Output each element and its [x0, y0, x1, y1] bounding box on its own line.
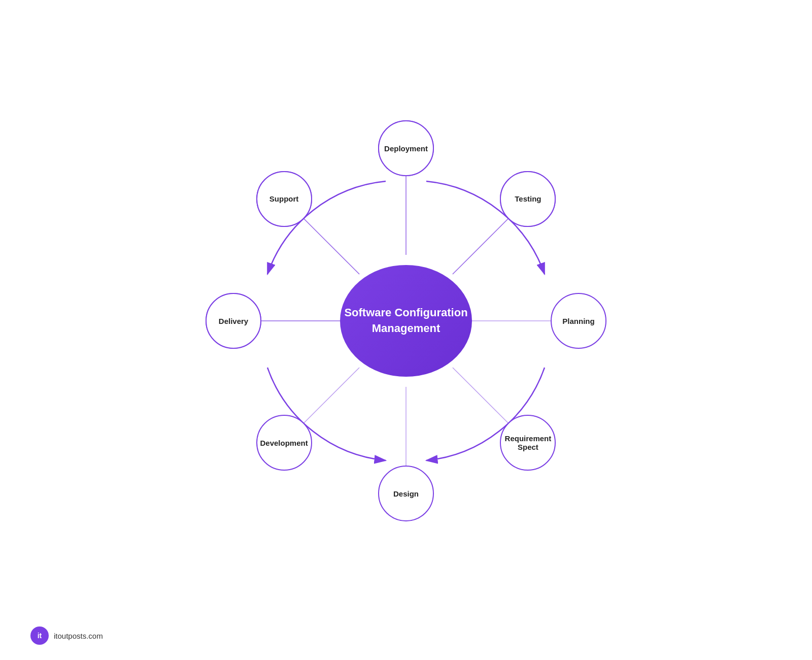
node-development: Development — [256, 415, 312, 471]
footer-website: itoutposts.com — [54, 632, 103, 640]
node-design: Design — [378, 466, 434, 521]
footer: it itoutposts.com — [30, 626, 103, 645]
diagram-container: Software Configuration Management Initia… — [178, 92, 634, 549]
center-label: Software Configuration Management — [340, 265, 472, 377]
node-support: Support — [256, 171, 312, 227]
node-delivery: Delivery — [206, 293, 261, 349]
node-testing: Testing — [500, 171, 556, 227]
svg-line-5 — [453, 368, 509, 423]
node-planning: Planning — [551, 293, 606, 349]
node-deployment: Deployment — [378, 120, 434, 176]
center-title-text: Software Configuration Management — [340, 305, 472, 337]
svg-line-11 — [453, 218, 509, 274]
footer-icon: it — [30, 626, 49, 645]
svg-line-13 — [303, 218, 359, 274]
svg-line-7 — [303, 368, 359, 423]
